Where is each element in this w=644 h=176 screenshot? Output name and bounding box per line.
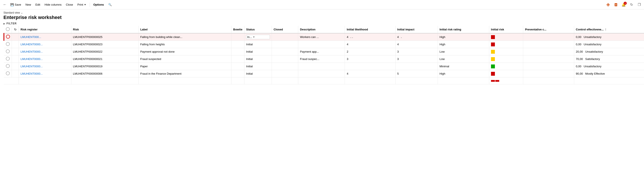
th-risk[interactable]: Risk (71, 26, 138, 33)
th-description[interactable]: Description (298, 26, 345, 33)
risk-color-indicator (491, 42, 495, 46)
row-risk-register[interactable]: LMUHENT0000... (19, 55, 71, 63)
row-status[interactable]: Initial (244, 55, 272, 63)
row-checkbox[interactable] (6, 35, 10, 39)
row-label[interactable]: Payment approval not done (138, 48, 231, 55)
row-check-cell (4, 70, 12, 77)
print-button[interactable]: Print ▼ (76, 2, 88, 7)
control-effectiveness-label: Mostly Effective (585, 72, 605, 75)
row-risk-register[interactable]: LMUHENT0000... (19, 70, 71, 77)
save-button[interactable]: 💾 Save (9, 2, 23, 7)
footer-red-block-1 (491, 80, 495, 82)
risk-register-link[interactable]: LMUHENT0000... (20, 65, 43, 68)
th-initial-impact[interactable]: Initial impact (396, 26, 438, 33)
status-text: In... (247, 35, 252, 39)
row-risk-register[interactable]: LMUHENT0000... (19, 63, 71, 70)
expand-button[interactable]: ❐ (636, 2, 642, 8)
row-status[interactable]: Initial (244, 48, 272, 55)
row-description: Workers can ... (298, 33, 345, 41)
row-control-effectiveness: 20,00 Unsatisfactory (574, 48, 644, 55)
th-preventative-c[interactable]: Preventative c... (523, 26, 574, 33)
row-label[interactable]: Paper (138, 63, 231, 70)
row-checkbox[interactable] (6, 64, 10, 68)
notification-badge: 6 (624, 2, 627, 5)
th-closed[interactable]: Closed (272, 26, 298, 33)
row-initial-risk-rating: High (438, 33, 489, 41)
refresh-toolbar-button[interactable]: ↻ (628, 2, 634, 8)
status-dropdown[interactable]: In... ▼ (246, 35, 270, 39)
row-risk[interactable]: LMUHENTР000000021 (71, 55, 138, 63)
row-preventative-c (523, 33, 574, 41)
row-label[interactable]: Falling from building while clean... (138, 33, 231, 41)
filter-label: FILTER (6, 22, 17, 25)
hide-columns-button[interactable]: Hide columns (43, 2, 63, 7)
th-more-icon: ⋮ (604, 28, 607, 31)
row-risk-register[interactable]: LMUHENT0000... (19, 41, 71, 48)
row-status[interactable]: Initial (244, 70, 272, 77)
th-initial-risk[interactable]: Initial risk (489, 26, 523, 33)
new-button[interactable]: New (24, 2, 33, 7)
row-checkbox[interactable] (6, 42, 10, 46)
diamond-icon-button[interactable] (605, 2, 611, 8)
row-checkbox[interactable] (6, 57, 10, 61)
row-risk-register[interactable]: LMUHENT0000... (19, 48, 71, 55)
svg-text:W: W (615, 4, 617, 6)
th-initial-risk-rating[interactable]: Initial risk rating (438, 26, 489, 33)
row-risk-register[interactable]: LMUHENT000... (19, 33, 71, 41)
risk-register-link[interactable]: LMUHENT0000... (20, 50, 43, 53)
th-initial-likelihood[interactable]: Initial likelihood (345, 26, 396, 33)
back-button[interactable]: ← (2, 2, 8, 8)
notifications-button[interactable]: 🔔 6 (621, 2, 627, 8)
row-label[interactable]: Falling from heights (138, 41, 231, 48)
row-label[interactable]: Fraud suspected (138, 55, 231, 63)
row-initial-risk-rating: Low (438, 55, 489, 63)
row-refresh-cell (12, 41, 19, 48)
control-effectiveness-val: 90,00 (576, 72, 583, 75)
row-preventative-c (523, 48, 574, 55)
filter-triangle-icon: ▶ (4, 22, 5, 25)
th-control-effectiveness[interactable]: Control effectivene... ⋮ (574, 26, 644, 33)
edit-button[interactable]: Edit (34, 2, 42, 7)
row-checkbox[interactable] (6, 71, 10, 75)
row-initial-risk-color (489, 48, 523, 55)
expand-icon: ❐ (638, 2, 641, 7)
th-risk-register[interactable]: Risk register (19, 26, 71, 33)
row-risk[interactable]: LMUHENTР000000025 (71, 33, 138, 41)
row-risk[interactable]: LMUHENTР000000022 (71, 48, 138, 55)
th-label[interactable]: Label (138, 26, 231, 33)
row-label[interactable]: Fraud in the Finance Department (138, 70, 231, 77)
search-button[interactable]: 🔍 (106, 2, 114, 7)
row-risk[interactable]: LMUHENTР000000023 (71, 41, 138, 48)
filter-bar[interactable]: ▶ FILTER (0, 21, 644, 26)
options-button[interactable]: Options (92, 2, 106, 7)
select-all-checkbox[interactable] (6, 27, 10, 31)
risk-register-link[interactable]: LMUHENT000... (20, 35, 41, 39)
risk-register-link[interactable]: LMUHENT0000... (20, 72, 43, 75)
ii-chevron-icon: ⌄ (400, 36, 402, 38)
footer-red-block-2 (495, 80, 499, 82)
row-initial-risk-color (489, 63, 523, 70)
row-refresh-cell (12, 55, 19, 63)
row-status[interactable]: Initial (244, 63, 272, 70)
row-checkbox[interactable] (6, 49, 10, 53)
view-chevron-icon: ⌄ (21, 11, 23, 14)
risk-register-link[interactable]: LMUHENT0000... (20, 57, 43, 61)
row-risk[interactable]: LMUHENTР000000019 (71, 63, 138, 70)
th-bowtie[interactable]: Bowtie (232, 26, 244, 33)
close-button[interactable]: Close (64, 2, 75, 7)
row-status[interactable]: In... ▼ (244, 33, 272, 41)
risk-table: ↻ Risk register Risk Label Bowtie Status (4, 26, 644, 84)
standard-view-selector[interactable]: Standard view ⌄ (4, 11, 640, 14)
th-status[interactable]: Status (244, 26, 272, 33)
table-header-row: ↻ Risk register Risk Label Bowtie Status (4, 26, 644, 33)
risk-color-indicator (491, 72, 495, 76)
row-closed (272, 70, 298, 77)
control-effectiveness-val: 0,00 (576, 65, 581, 68)
word-icon-button[interactable]: W (613, 2, 619, 8)
risk-register-link[interactable]: LMUHENT0000... (20, 43, 43, 46)
row-description: Payment app... (298, 48, 345, 55)
row-risk[interactable]: LMUHENTР000000006 (71, 70, 138, 77)
refresh-icon: ↻ (630, 2, 633, 7)
control-effectiveness-label: Unsatisfactory (584, 35, 602, 39)
row-status[interactable]: Initial (244, 41, 272, 48)
